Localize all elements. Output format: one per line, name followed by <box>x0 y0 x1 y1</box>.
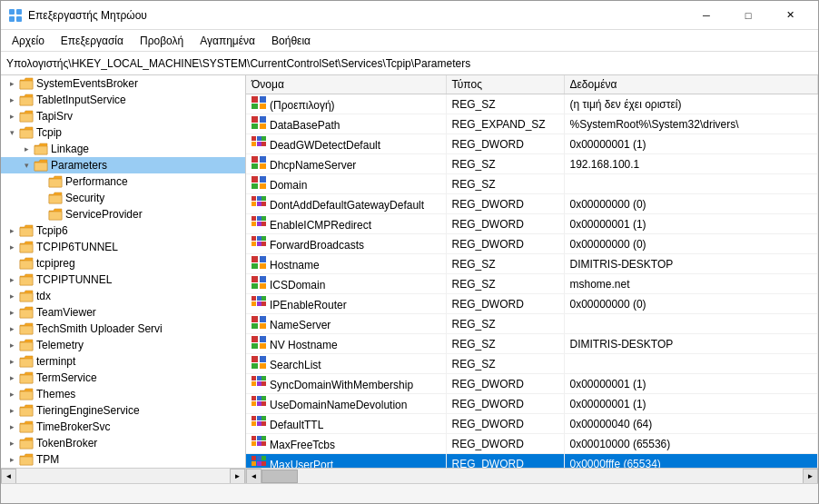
menu-edit[interactable]: Επεξεργασία <box>54 33 131 49</box>
svg-rect-45 <box>260 256 266 262</box>
svg-rect-93 <box>261 441 266 446</box>
tree-scroll-left[interactable]: ◄ <box>1 469 16 483</box>
registry-data-cell: 0x00010000 (65536) <box>564 434 818 454</box>
minimize-button[interactable]: ─ <box>686 1 727 30</box>
table-row[interactable]: DhcpNameServerREG_SZ192.168.100.1 <box>246 154 818 174</box>
maximize-button[interactable]: □ <box>727 1 769 30</box>
svg-rect-44 <box>252 256 258 262</box>
tree-item[interactable]: Performance <box>1 173 245 190</box>
registry-type-cell: REG_DWORD <box>446 214 564 234</box>
menu-favorites[interactable]: Αγαπημένα <box>192 33 262 49</box>
tree-item[interactable]: ▾Parameters <box>1 157 245 173</box>
tree-item[interactable]: ▸TimeBrokerSvc <box>1 419 245 435</box>
table-row[interactable]: SyncDomainWithMembershipREG_DWORD0x00000… <box>246 374 818 394</box>
tree-item[interactable]: ▸TermService <box>1 370 245 386</box>
table-row[interactable]: (Προεπιλογή)REG_SZ(η τιμή δεν έχει οριστ… <box>246 94 818 114</box>
scroll-left-btn[interactable]: ◄ <box>246 469 261 484</box>
tree-expand-btn[interactable]: ▸ <box>5 321 19 336</box>
status-bar <box>1 483 818 503</box>
tree-expand-btn[interactable]: ▸ <box>5 371 19 385</box>
tree-expand-btn[interactable]: ▸ <box>5 109 19 124</box>
tree-item[interactable]: ▸TeamViewer <box>1 304 245 321</box>
tree-expand-btn[interactable]: ▾ <box>5 125 19 140</box>
table-row[interactable]: NameServerREG_SZ <box>246 314 818 334</box>
tree-panel[interactable]: ▸SystemEventsBroker▸TabletInputService▸T… <box>1 75 246 468</box>
table-row[interactable]: DomainREG_SZ <box>246 174 818 194</box>
tree-expand-btn[interactable]: ▾ <box>19 158 34 173</box>
svg-rect-27 <box>257 196 261 201</box>
close-button[interactable]: ✕ <box>769 1 811 30</box>
table-row[interactable]: IPEnableRouterREG_DWORD0x00000000 (0) <box>246 294 818 314</box>
table-row[interactable]: ICSDomainREG_SZmshome.net <box>246 274 818 294</box>
registry-data-cell <box>564 314 818 334</box>
registry-name-cell: MaxUserPort <box>246 454 446 469</box>
table-row[interactable]: DeadGWDetectDefaultREG_DWORD0x00000001 (… <box>246 134 818 154</box>
tree-expand-btn[interactable] <box>34 207 48 222</box>
table-row[interactable]: DefaultTTLREG_DWORD0x00000040 (64) <box>246 414 818 434</box>
tree-expand-btn[interactable]: ▸ <box>5 403 19 418</box>
tree-item[interactable]: ▸TokenBroker <box>1 435 245 451</box>
tree-item[interactable]: tcpipreg <box>1 255 245 272</box>
menu-view[interactable]: Προβολή <box>133 33 191 49</box>
table-row[interactable]: DontAddDefaultGatewayDefaultREG_DWORD0x0… <box>246 194 818 214</box>
tree-scroll-right[interactable]: ► <box>230 469 245 483</box>
registry-entry-icon <box>252 136 266 149</box>
scroll-thumb[interactable] <box>261 469 298 483</box>
tree-expand-btn[interactable] <box>34 174 48 189</box>
table-row[interactable]: MaxFreeTcbsREG_DWORD0x00010000 (65536) <box>246 434 818 454</box>
col-header-data[interactable]: Δεδομένα <box>564 75 818 94</box>
tree-expand-btn[interactable]: ▸ <box>5 420 19 434</box>
tree-item-label: Linkage <box>51 143 89 155</box>
tree-item[interactable]: ▸Tcpip6 <box>1 222 245 239</box>
tree-item[interactable]: ▸SystemEventsBroker <box>1 75 245 92</box>
tree-item[interactable]: ▸tdx <box>1 288 245 304</box>
tree-expand-btn[interactable]: ▸ <box>5 223 19 238</box>
tree-item[interactable]: ▸TapiSrv <box>1 108 245 124</box>
menu-help[interactable]: Βοήθεια <box>264 33 318 49</box>
menu-file[interactable]: Αρχείο <box>5 33 52 49</box>
tree-item[interactable]: ▸Telemetry <box>1 337 245 353</box>
tree-item[interactable]: ▸TechSmith Uploader Servi <box>1 321 245 337</box>
scroll-right-btn[interactable]: ► <box>803 469 818 484</box>
tree-expand-btn[interactable]: ▸ <box>5 272 19 287</box>
tree-item[interactable]: ▸Linkage <box>1 141 245 157</box>
table-row[interactable]: UseDomainNameDevolutionREG_DWORD0x000000… <box>246 394 818 414</box>
tree-item[interactable]: ▸TabletInputService <box>1 92 245 108</box>
tree-expand-btn[interactable] <box>5 256 19 271</box>
tree-expand-btn[interactable]: ▸ <box>5 338 19 352</box>
registry-data-cell: mshome.net <box>564 274 818 294</box>
col-header-name[interactable]: Όνομα <box>246 75 446 94</box>
table-row[interactable]: HostnameREG_SZDIMITRIS-DESKTOP <box>246 254 818 274</box>
tree-item[interactable]: ▾Tcpip <box>1 124 245 141</box>
tree-expand-btn[interactable]: ▸ <box>5 305 19 320</box>
tree-item[interactable]: ▸TPM <box>1 451 245 468</box>
tree-item[interactable]: ▸TCPIP6TUNNEL <box>1 239 245 255</box>
table-row[interactable]: NV HostnameREG_SZDIMITRIS-DESKTOP <box>246 334 818 354</box>
tree-expand-btn[interactable]: ▸ <box>5 93 19 107</box>
tree-item[interactable]: ServiceProvider <box>1 206 245 222</box>
tree-expand-btn[interactable]: ▸ <box>19 142 34 156</box>
registry-scrollbar[interactable]: ◄ ► <box>246 468 818 483</box>
table-row[interactable]: DataBasePathREG_EXPAND_SZ%SystemRoot%\Sy… <box>246 114 818 134</box>
tree-item[interactable]: ▸TCPIPTUNNEL <box>1 272 245 288</box>
col-header-type[interactable]: Τύπος <box>446 75 564 94</box>
tree-expand-btn[interactable]: ▸ <box>5 354 19 369</box>
tree-expand-btn[interactable]: ▸ <box>5 289 19 303</box>
tree-item[interactable]: Security <box>1 190 245 206</box>
tree-item[interactable]: ▸Themes <box>1 386 245 402</box>
tree-expand-btn[interactable] <box>34 191 48 205</box>
svg-rect-70 <box>252 376 256 380</box>
tree-item[interactable]: ▸terminpt <box>1 353 245 370</box>
tree-expand-btn[interactable]: ▸ <box>5 76 19 91</box>
tree-expand-btn[interactable]: ▸ <box>5 452 19 467</box>
tree-expand-btn[interactable]: ▸ <box>5 387 19 401</box>
table-row[interactable]: MaxUserPortREG_DWORD0x0000fffe (65534) <box>246 454 818 469</box>
table-row[interactable]: EnableICMPRedirectREG_DWORD0x00000001 (1… <box>246 214 818 234</box>
tree-scrollbar[interactable]: ◄ ► <box>1 468 245 483</box>
tree-item[interactable]: ▸TieringEngineService <box>1 402 245 419</box>
table-row[interactable]: SearchListREG_SZ <box>246 354 818 374</box>
tree-expand-btn[interactable]: ▸ <box>5 436 19 450</box>
tree-expand-btn[interactable]: ▸ <box>5 240 19 254</box>
table-row[interactable]: ForwardBroadcastsREG_DWORD0x00000000 (0) <box>246 234 818 254</box>
scroll-track[interactable] <box>261 469 803 484</box>
